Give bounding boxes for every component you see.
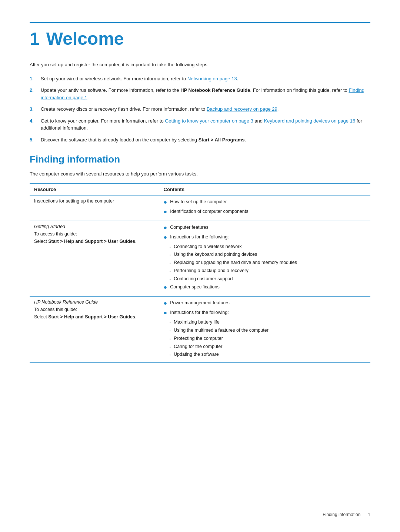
- sub-bullet-icon: ◦: [170, 328, 171, 334]
- list-item: ◦ Connecting to a wireless network: [170, 243, 366, 250]
- chapter-number: 1: [30, 30, 40, 48]
- list-item: ● Computer features: [164, 224, 366, 232]
- list-item: ● How to set up the computer: [164, 198, 366, 207]
- bullet-icon: ●: [164, 198, 167, 207]
- step-text: Set up your wired or wireless network. F…: [41, 75, 370, 83]
- sub-bullet-icon: ◦: [170, 344, 171, 350]
- bullet-icon: ●: [164, 299, 167, 308]
- info-table: Resource Contents Instructions for setti…: [30, 183, 370, 364]
- step-number: 5.: [30, 136, 37, 144]
- sub-bullet-icon: ◦: [170, 320, 171, 325]
- resource-cell: Instructions for setting up the computer: [30, 195, 159, 221]
- bullet-icon: ●: [164, 207, 167, 216]
- backup-link[interactable]: Backup and recovery on page 29: [207, 106, 277, 112]
- sub-bullet-icon: ◦: [170, 260, 171, 266]
- sub-bullet-icon: ◦: [170, 336, 171, 342]
- bullet-icon: ●: [164, 233, 167, 242]
- contents-cell: ● Power management features ● Instructio…: [159, 297, 370, 363]
- bold-instruction: Start > Help and Support > User Guides: [48, 314, 135, 319]
- resource-name-italic: Getting Started: [34, 224, 155, 229]
- footer: Finding information 1: [323, 512, 370, 517]
- list-item: 1. Set up your wired or wireless network…: [30, 75, 370, 83]
- list-item: ● Instructions for the following:: [164, 309, 366, 317]
- list-item: ◦ Contacting customer support: [170, 275, 366, 282]
- bullet-text: Computer features: [170, 224, 209, 231]
- getting-to-know-link[interactable]: Getting to know your computer on page 3: [165, 118, 253, 124]
- footer-label: Finding information: [323, 512, 360, 517]
- bullet-list: ● Computer specifications: [164, 284, 366, 292]
- step-text: Discover the software that is already lo…: [41, 136, 370, 144]
- sub-bullet-icon: ◦: [170, 277, 171, 282]
- footer-page-number: 1: [368, 512, 370, 517]
- step-text: Update your antivirus software. For more…: [41, 87, 370, 101]
- sub-bullet-text: Performing a backup and a recovery: [174, 267, 249, 274]
- sub-bullet-text: Replacing or upgrading the hard drive an…: [174, 259, 297, 266]
- resource-cell: HP Notebook Reference Guide To access th…: [30, 297, 159, 363]
- table-header-contents: Contents: [159, 183, 370, 195]
- table-header-resource: Resource: [30, 183, 159, 195]
- sub-bullet-text: Updating the software: [174, 351, 219, 358]
- intro-text: After you set up and register the comput…: [30, 61, 370, 68]
- list-item: ● Computer specifications: [164, 284, 366, 292]
- sub-bullet-text: Connecting to a wireless network: [174, 243, 241, 250]
- sub-bullet-icon: ◦: [170, 244, 171, 250]
- list-item: ◦ Using the keyboard and pointing device…: [170, 251, 366, 258]
- keyboard-link[interactable]: Keyboard and pointing devices on page 16: [264, 118, 355, 124]
- list-item: ◦ Protecting the computer: [170, 335, 366, 342]
- sub-bullet-text: Protecting the computer: [174, 335, 223, 342]
- resource-instruction: Select Start > Help and Support > User G…: [34, 314, 155, 319]
- bold-text: Start > All Programs: [199, 137, 245, 143]
- table-row: HP Notebook Reference Guide To access th…: [30, 297, 370, 363]
- bullet-icon: ●: [164, 283, 167, 292]
- sub-bullet-text: Maximizing battery life: [174, 319, 220, 326]
- sub-bullet-icon: ◦: [170, 352, 171, 358]
- bullet-text: Power management features: [170, 300, 230, 307]
- chapter-title: Welcome: [46, 30, 124, 48]
- chapter-header: 1 Welcome: [30, 30, 370, 48]
- resource-access-label: To access this guide:: [34, 307, 155, 312]
- sub-bullet-text: Caring for the computer: [174, 343, 222, 350]
- bullet-text: Instructions for the following:: [170, 234, 229, 241]
- bullet-text: How to set up the computer: [170, 198, 227, 205]
- resource-name-italic: HP Notebook Reference Guide: [34, 300, 155, 305]
- step-number: 4.: [30, 117, 37, 125]
- step-number: 1.: [30, 75, 37, 83]
- list-item: 2. Update your antivirus software. For m…: [30, 87, 370, 101]
- sub-bullet-icon: ◦: [170, 252, 171, 258]
- step-number: 3.: [30, 106, 37, 113]
- list-item: ◦ Using the multimedia features of the c…: [170, 327, 366, 334]
- sub-bullet-text: Using the keyboard and pointing devices: [174, 251, 257, 258]
- list-item: 4. Get to know your computer. For more i…: [30, 117, 370, 132]
- list-item: ● Power management features: [164, 300, 366, 308]
- contents-cell: ● How to set up the computer ● Identific…: [159, 195, 370, 221]
- sub-bullet-list: ◦ Connecting to a wireless network ◦ Usi…: [170, 243, 366, 282]
- list-item: ● Instructions for the following:: [164, 234, 366, 242]
- list-item: ◦ Replacing or upgrading the hard drive …: [170, 259, 366, 266]
- bold-text: HP Notebook Reference Guide: [180, 87, 250, 93]
- resource-access-label: To access this guide:: [34, 231, 155, 237]
- page: 1 Welcome After you set up and register …: [0, 0, 400, 532]
- list-item: 3. Create recovery discs or a recovery f…: [30, 106, 370, 113]
- list-item: 5. Discover the software that is already…: [30, 136, 370, 144]
- step-text: Create recovery discs or a recovery flas…: [41, 106, 370, 113]
- list-item: ◦ Maximizing battery life: [170, 319, 366, 326]
- bullet-icon: ●: [164, 308, 167, 317]
- top-border: [30, 22, 370, 23]
- bullet-icon: ●: [164, 223, 167, 232]
- step-text: Get to know your computer. For more info…: [41, 117, 370, 132]
- list-item: ◦ Caring for the computer: [170, 343, 366, 350]
- sub-bullet-text: Using the multimedia features of the com…: [174, 327, 269, 334]
- section-intro: The computer comes with several resource…: [30, 170, 370, 178]
- steps-list: 1. Set up your wired or wireless network…: [30, 75, 370, 144]
- bullet-list: ● Power management features ● Instructio…: [164, 300, 366, 317]
- list-item: ● Identification of computer components: [164, 208, 366, 216]
- sub-bullet-list: ◦ Maximizing battery life ◦ Using the mu…: [170, 319, 366, 358]
- bullet-text: Identification of computer components: [170, 208, 248, 215]
- bullet-list: ● Computer features ● Instructions for t…: [164, 224, 366, 242]
- list-item: ◦ Updating the software: [170, 351, 366, 358]
- resource-cell: Getting Started To access this guide: Se…: [30, 221, 159, 297]
- table-row: Getting Started To access this guide: Se…: [30, 221, 370, 297]
- list-item: ◦ Performing a backup and a recovery: [170, 267, 366, 274]
- bold-instruction: Start > Help and Support > User Guides: [48, 239, 135, 244]
- networking-link[interactable]: Networking on page 13: [187, 76, 237, 81]
